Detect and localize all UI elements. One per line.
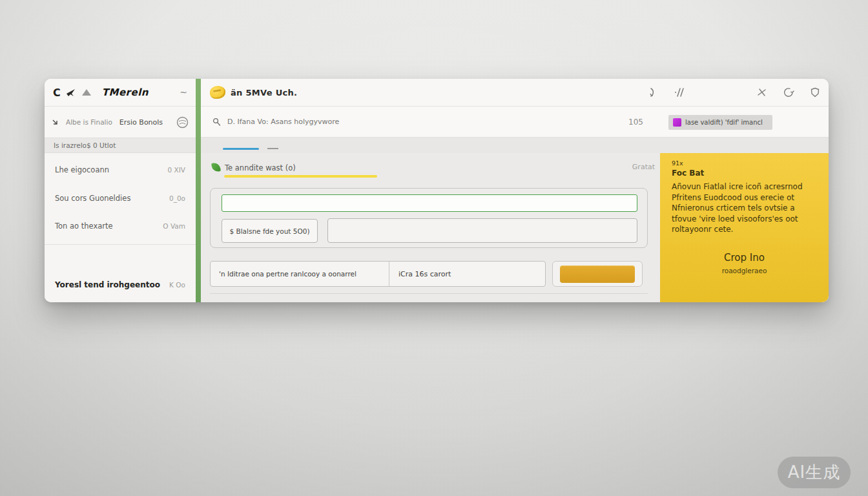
filter-badge[interactable]: lase valdift) 'fdif' imancl [668, 115, 772, 130]
paper-plane-icon [66, 88, 76, 97]
balance-row[interactable]: Lhe eigocoann 0 XIV [45, 161, 196, 178]
info-cta-subtext: roaodgleraeo [672, 267, 817, 274]
balance-row[interactable]: Sou cors Guoneldies 0_0o [45, 190, 196, 207]
sidebar: C TMereln ~ Albe is Finalio Ersio Bonols… [45, 79, 196, 302]
sidebar-section-note: Is irazrelo$ 0 Utlot [45, 138, 196, 153]
info-panel: 91x Foc Bat Añovun Fiatlal icre icoñ acr… [660, 153, 829, 302]
info-cta[interactable]: Crop Ino [672, 252, 817, 264]
balance-label: Sou cors Guoneldies [55, 194, 130, 203]
sidebar-logo-text: TMereln [102, 87, 149, 98]
active-tab-indicator [223, 148, 259, 150]
balance-label: Ton ao thexarte [55, 222, 113, 231]
shield-icon[interactable] [811, 87, 820, 98]
purple-square-icon [673, 118, 681, 127]
section-title: Te anndite wast (o) [225, 163, 296, 172]
amount-hint-box[interactable]: $ Blalsne fde yout 5O0) [222, 219, 318, 243]
secondary-input[interactable] [327, 218, 637, 243]
info-heading: Foc Bat [672, 169, 817, 178]
c-logo-icon: C [53, 87, 60, 99]
ai-generated-watermark: AI生成 [778, 457, 851, 488]
balance-row[interactable]: Ton ao thexarte O Vam [45, 218, 196, 234]
info-body-text: Añovun Fiatlal icre icoñ acresrnod Pfrit… [672, 181, 819, 235]
balance-label: Lhe eigocoann [55, 165, 109, 174]
main-header: än 5MVe Uch. [201, 79, 829, 107]
status-label: Gratat [619, 163, 655, 171]
leaf-icon [211, 162, 221, 172]
sidebar-tab-assets[interactable]: Albe is Finalio [66, 118, 112, 126]
globe-icon[interactable] [176, 116, 189, 129]
sidebar-tab-bar: Albe is Finalio Ersio Bonols [45, 107, 196, 138]
primary-input[interactable] [222, 194, 637, 212]
detail-field-secondary[interactable]: iCra 16s carort [389, 262, 545, 286]
header-icon-group [648, 87, 820, 98]
balance-value: O Vam [163, 222, 185, 230]
coin-logo-icon [210, 86, 225, 99]
collapse-toggle[interactable]: ~ [180, 87, 187, 98]
refresh-icon[interactable] [783, 87, 794, 98]
submit-button-container [552, 261, 643, 287]
result-count: 105 [628, 118, 643, 127]
sidebar-header: C TMereln ~ [45, 79, 196, 107]
detail-fields-row: 'n Iditrae ona pertne ranlcooy a oonarre… [210, 261, 546, 287]
detail-field-primary[interactable]: 'n Iditrae ona pertne ranlcooy a oonarre… [211, 262, 389, 286]
triangle-icon [82, 89, 91, 96]
filter-badge-label: lase valdift) 'fdif' imancl [685, 119, 763, 126]
inactive-tab-dash [267, 148, 278, 149]
total-label: Yoresl tend irohgeentoo [55, 280, 160, 289]
main-area: än 5MVe Uch. [201, 79, 829, 302]
search-query-text[interactable]: D. Ifana Vo: Asans holygyvwore [227, 118, 339, 126]
content-divider [210, 293, 648, 294]
balance-value: 0 XIV [168, 166, 186, 174]
close-icon[interactable] [757, 88, 767, 97]
total-value: K Oo [169, 281, 185, 289]
info-kicker: 91x [672, 160, 817, 167]
chevron-down-icon[interactable] [52, 119, 59, 126]
balance-value: 0_0o [169, 194, 185, 202]
tab-indicator-band [201, 138, 829, 153]
transaction-form: $ Blalsne fde yout 5O0) [210, 188, 648, 248]
submit-button[interactable] [560, 265, 635, 283]
yellow-underline [224, 175, 377, 178]
total-row: Yoresl tend irohgeentoo K Oo [45, 276, 196, 293]
sidebar-tab-bonds[interactable]: Ersio Bonols [119, 118, 163, 127]
app-window: C TMereln ~ Albe is Finalio Ersio Bonols… [45, 79, 829, 302]
content-panel: Te anndite wast (o) Gratat $ Blalsne fde… [201, 153, 660, 302]
search-icon[interactable] [212, 118, 221, 127]
app-name: än 5MVe Uch. [231, 88, 297, 98]
search-toolbar: D. Ifana Vo: Asans holygyvwore 105 lase … [201, 107, 829, 138]
sidebar-divider [45, 244, 196, 245]
slashes-icon[interactable] [674, 87, 685, 98]
moon-icon[interactable] [648, 87, 657, 98]
green-accent-strip [196, 79, 201, 302]
